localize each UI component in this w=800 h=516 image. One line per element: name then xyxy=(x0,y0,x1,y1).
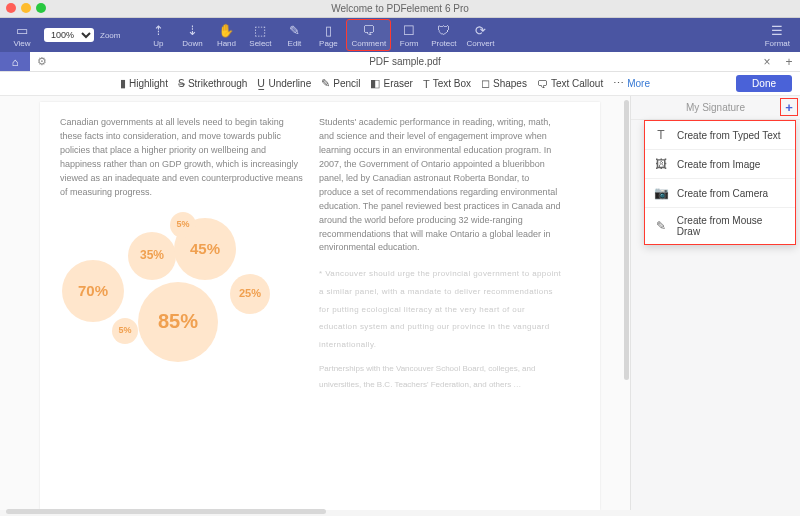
gear-icon: ⚙ xyxy=(37,55,47,68)
eraser-icon: ◧ xyxy=(370,77,380,90)
zoom-window[interactable] xyxy=(36,3,46,13)
shapes-tool[interactable]: ◻Shapes xyxy=(481,77,527,90)
form-icon: ☐ xyxy=(403,23,415,38)
shapes-icon: ◻ xyxy=(481,77,490,90)
down-button[interactable]: ⇣Down xyxy=(176,19,208,51)
underline-icon: U̲ xyxy=(257,77,265,90)
pencil-icon: ✎ xyxy=(321,77,330,90)
settings-button[interactable]: ⚙ xyxy=(30,55,54,68)
zoom-select[interactable]: 100% xyxy=(44,28,94,42)
down-icon: ⇣ xyxy=(187,23,198,38)
done-button[interactable]: Done xyxy=(736,75,792,92)
protect-icon: 🛡 xyxy=(437,23,450,38)
file-name: PDF sample.pdf xyxy=(54,56,756,67)
edit-button[interactable]: ✎Edit xyxy=(278,19,310,51)
camera-icon: 📷 xyxy=(653,186,669,200)
convert-button[interactable]: ⟳Convert xyxy=(462,19,498,51)
minimize-window[interactable] xyxy=(21,3,31,13)
bubble-85: 85% xyxy=(138,282,218,362)
add-signature-button[interactable]: + xyxy=(780,98,798,116)
window-title: Welcome to PDFelement 6 Pro xyxy=(331,3,469,14)
bubble-70: 70% xyxy=(62,260,124,322)
body-text-right: Students' academic performance in readin… xyxy=(319,116,564,255)
plus-icon: + xyxy=(785,100,793,115)
strike-icon: S̶ xyxy=(178,77,185,90)
home-button[interactable]: ⌂ xyxy=(0,52,30,71)
select-icon: ⬚ xyxy=(254,23,266,38)
pdf-page: Canadian governments at all levels need … xyxy=(40,102,600,510)
form-button[interactable]: ☐Form xyxy=(393,19,425,51)
format-button[interactable]: ☰Format xyxy=(761,19,794,51)
horizontal-scrollbar[interactable] xyxy=(6,509,326,514)
file-bar: ⌂ ⚙ PDF sample.pdf × + xyxy=(0,52,800,72)
strikethrough-tool[interactable]: S̶Strikethrough xyxy=(178,77,247,90)
body-text-fade1: * Vancouver should urge the provincial g… xyxy=(319,265,564,353)
page-button[interactable]: ▯Page xyxy=(312,19,344,51)
close-icon: × xyxy=(763,55,770,69)
body-text-left: Canadian governments at all levels need … xyxy=(60,116,305,200)
zoom-label: Zoom xyxy=(96,19,124,51)
document-viewport[interactable]: Canadian governments at all levels need … xyxy=(0,96,630,510)
create-from-mouse-draw[interactable]: ✎Create from Mouse Draw xyxy=(645,208,795,244)
underline-tool[interactable]: U̲Underline xyxy=(257,77,311,90)
highlight-icon: ▮ xyxy=(120,77,126,90)
plus-icon: + xyxy=(785,55,792,69)
create-from-image[interactable]: 🖼Create from Image xyxy=(645,150,795,179)
edit-icon: ✎ xyxy=(289,23,300,38)
home-icon: ⌂ xyxy=(12,56,19,68)
more-icon: ⋯ xyxy=(613,77,624,90)
convert-icon: ⟳ xyxy=(475,23,486,38)
new-tab-button[interactable]: + xyxy=(778,55,800,69)
vertical-scrollbar[interactable] xyxy=(624,100,629,380)
callout-icon: 🗨 xyxy=(537,78,548,90)
comment-toolbar: ▮Highlight S̶Strikethrough U̲Underline ✎… xyxy=(0,72,800,96)
bubble-35: 35% xyxy=(128,232,176,280)
up-icon: ⇡ xyxy=(153,23,164,38)
signature-create-menu: TCreate from Typed Text 🖼Create from Ima… xyxy=(644,120,796,245)
window-controls xyxy=(6,3,46,13)
create-from-camera[interactable]: 📷Create from Camera xyxy=(645,179,795,208)
bubble-5a: 5% xyxy=(112,318,138,344)
titlebar: Welcome to PDFelement 6 Pro xyxy=(0,0,800,18)
bubble-chart: 70% 35% 45% 85% 25% 5% 5% xyxy=(60,212,305,372)
hand-icon: ✋ xyxy=(218,23,234,38)
main-toolbar: ▭View 100% Zoom ⇡Up ⇣Down ✋Hand ⬚Select … xyxy=(0,18,800,52)
signature-panel-header: My Signature + xyxy=(631,96,800,120)
bubble-25: 25% xyxy=(230,274,270,314)
close-window[interactable] xyxy=(6,3,16,13)
close-tab-button[interactable]: × xyxy=(756,55,778,69)
eraser-tool[interactable]: ◧Eraser xyxy=(370,77,412,90)
textbox-tool[interactable]: TText Box xyxy=(423,78,471,90)
draw-icon: ✎ xyxy=(653,219,669,233)
protect-button[interactable]: 🛡Protect xyxy=(427,19,460,51)
comment-button[interactable]: 🗨Comment xyxy=(346,19,391,51)
highlight-tool[interactable]: ▮Highlight xyxy=(120,77,168,90)
select-button[interactable]: ⬚Select xyxy=(244,19,276,51)
pencil-tool[interactable]: ✎Pencil xyxy=(321,77,360,90)
up-button[interactable]: ⇡Up xyxy=(142,19,174,51)
body-text-fade2: Partnerships with the Vancouver School B… xyxy=(319,361,564,393)
bubble-5b: 5% xyxy=(170,212,196,238)
textbox-icon: T xyxy=(423,78,430,90)
page-icon: ▯ xyxy=(325,23,332,38)
text-callout-tool[interactable]: 🗨Text Callout xyxy=(537,78,603,90)
format-icon: ☰ xyxy=(771,23,783,38)
hand-button[interactable]: ✋Hand xyxy=(210,19,242,51)
view-icon: ▭ xyxy=(16,23,28,38)
image-icon: 🖼 xyxy=(653,157,669,171)
view-button[interactable]: ▭View xyxy=(6,19,38,51)
typed-text-icon: T xyxy=(653,128,669,142)
more-tools[interactable]: ⋯More xyxy=(613,77,650,90)
comment-icon: 🗨 xyxy=(362,23,375,38)
create-from-typed-text[interactable]: TCreate from Typed Text xyxy=(645,121,795,150)
